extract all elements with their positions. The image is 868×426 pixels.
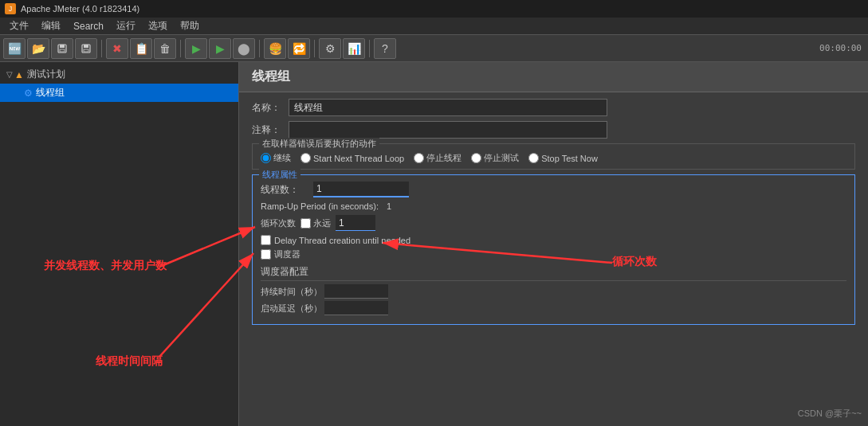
loop-count-row: 循环次数 永远 [261,215,846,231]
thread-count-row: 线程数： [261,182,846,197]
toolbar-separator-1 [101,40,102,57]
menu-edit[interactable]: 编辑 [35,18,67,34]
thread-group-icon: ⚙ [24,88,33,99]
comment-label: 注释： [252,123,284,137]
name-label: 名称： [252,101,284,115]
toolbar-separator-2 [180,40,181,57]
loop-forever-checkbox[interactable]: 永远 [300,217,331,229]
start-delay-label: 启动延迟（秒） [261,303,324,315]
error-action-section: 在取样器错误后要执行的动作 继续 Start Next Thread Loop … [252,143,855,170]
scheduler-label: 调度器 [274,248,300,260]
save-button[interactable] [75,38,97,59]
name-row: 名称： [252,99,855,116]
elapsed-time: 00:00:00 [819,43,865,53]
start-no-pause-button[interactable]: ▶ [209,38,231,59]
sidebar-item-test-plan-label: 测试计划 [27,68,65,81]
app-icon: J [5,3,16,14]
sidebar-item-thread-group[interactable]: ⚙ 线程组 [0,84,238,102]
error-action-radio-group: 继续 Start Next Thread Loop 停止线程 停止测试 [261,152,846,164]
sidebar-item-test-plan[interactable]: ▽ ▲ 测试计划 [0,65,238,84]
toolbar-separator-5 [369,40,370,57]
delay-thread-checkbox[interactable]: Delay Thread creation until needed [261,235,846,245]
copy-button[interactable]: 📋 [130,38,152,59]
watermark: CSDN @栗子~~ [798,408,862,420]
thread-count-label: 线程数： [261,183,308,197]
remote-button[interactable]: 🍔 [264,38,286,59]
loop-count-input[interactable] [336,215,375,231]
name-input[interactable] [289,99,607,116]
save-template-button[interactable] [51,38,73,59]
svg-rect-5 [84,49,88,52]
tree-arrow-icon: ▽ [6,70,13,79]
menu-help[interactable]: 帮助 [174,18,206,34]
content-panel: 线程组 名称： 注释： 在取样器错误后要执行的动作 继续 [239,62,868,426]
cut-button[interactable]: ✖ [106,38,128,59]
loop-forever-label: 永远 [313,217,331,229]
ramp-up-label: Ramp-Up Period (in seconds): [261,201,379,211]
test-plan-icon: ▲ [14,69,24,80]
menu-options[interactable]: 选项 [142,18,174,34]
ramp-up-value: 1 [387,201,391,211]
menu-run[interactable]: 运行 [110,18,142,34]
scheduler-rows: 持续时间（秒） 启动延迟（秒） [261,284,846,315]
scheduler-config-title: 调度器配置 [261,265,846,281]
sidebar-item-thread-group-label: 线程组 [36,86,65,100]
toolbar-separator-4 [314,40,315,57]
title-bar: J Apache JMeter (4.0 r1823414) [0,0,868,18]
menu-search[interactable]: Search [67,19,110,33]
remote2-button[interactable]: 🔁 [288,38,310,59]
stop-button[interactable]: ⬤ [233,38,255,59]
start-delay-input[interactable] [324,301,388,315]
new-button[interactable]: 🆕 [3,38,26,59]
scheduler-section: 调度器配置 持续时间（秒） 启动延迟（秒） [261,265,846,315]
loop-count-label: 循环次数 [261,217,296,229]
main-area: ▽ ▲ 测试计划 ⚙ 线程组 线程组 名称： 注释： [0,62,868,426]
ramp-up-row: Ramp-Up Period (in seconds): 1 [261,201,846,211]
radio-stop-test-now[interactable]: Stop Test Now [528,153,598,163]
error-action-title: 在取样器错误后要执行的动作 [259,138,379,150]
open-button[interactable]: 📂 [27,38,49,59]
duration-input[interactable] [324,284,388,299]
delay-thread-label: Delay Thread creation until needed [274,236,410,245]
panel-title: 线程组 [252,69,290,83]
help-button[interactable]: ? [374,38,396,59]
svg-rect-1 [60,45,65,48]
menu-bar: 文件 编辑 Search 运行 选项 帮助 [0,18,868,35]
report-button[interactable]: 📊 [343,38,365,59]
thread-props-title: 线程属性 [259,169,300,181]
svg-rect-4 [84,45,88,48]
form-body: 名称： 注释： 在取样器错误后要执行的动作 继续 Start [239,92,868,336]
toolbar-separator-3 [259,40,260,57]
duration-row: 持续时间（秒） [261,284,846,299]
start-button[interactable]: ▶ [185,38,207,59]
comment-input[interactable] [289,121,607,139]
radio-continue[interactable]: 继续 [261,152,291,164]
thread-count-input[interactable] [313,182,409,197]
svg-rect-2 [60,49,65,52]
settings-button[interactable]: ⚙ [319,38,341,59]
start-delay-row: 启动延迟（秒） [261,301,846,315]
thread-properties-section: 线程属性 线程数： Ramp-Up Period (in seconds): 1… [252,174,855,325]
radio-stop-thread[interactable]: 停止线程 [414,152,461,164]
panel-header: 线程组 [239,62,868,92]
app-title: Apache JMeter (4.0 r1823414) [21,4,139,14]
menu-file[interactable]: 文件 [3,18,35,34]
radio-stop-test[interactable]: 停止测试 [471,152,519,164]
radio-next-loop[interactable]: Start Next Thread Loop [300,153,404,163]
scheduler-checkbox[interactable]: 调度器 [261,248,846,260]
delete-button[interactable]: 🗑 [154,38,176,59]
toolbar: 🆕 📂 ✖ 📋 🗑 ▶ ▶ ⬤ 🍔 🔁 ⚙ 📊 ? 00:00:00 [0,35,868,62]
sidebar: ▽ ▲ 测试计划 ⚙ 线程组 [0,62,239,426]
duration-label: 持续时间（秒） [261,286,324,298]
comment-row: 注释： [252,121,855,139]
